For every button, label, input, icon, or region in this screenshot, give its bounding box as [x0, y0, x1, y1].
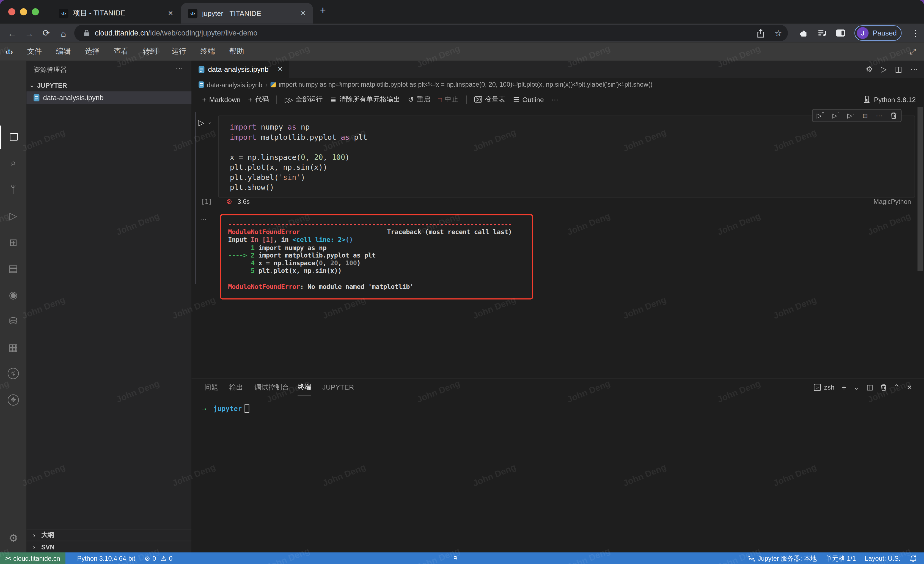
- extensions-puzzle-icon[interactable]: [799, 29, 808, 38]
- layout-indicator[interactable]: Layout: U.S.: [865, 555, 901, 562]
- restart-button[interactable]: ↺重启: [408, 95, 430, 104]
- breadcrumb-file[interactable]: data-analysis.ipynb: [207, 81, 262, 88]
- terminal[interactable]: → jupyter: [202, 405, 249, 413]
- traffic-close-button[interactable]: [8, 8, 15, 15]
- close-panel-icon[interactable]: ✕: [907, 384, 912, 391]
- python-interpreter[interactable]: Python 3.10.4 64-bit: [77, 555, 135, 562]
- panel-tab-output[interactable]: 输出: [230, 379, 243, 396]
- menu-goto[interactable]: 转到: [136, 47, 165, 56]
- run-below-icon[interactable]: ▷↓: [847, 111, 854, 119]
- split-editor-icon[interactable]: ◫: [895, 65, 902, 74]
- run-all-button[interactable]: ▷▷全部运行: [285, 95, 322, 104]
- split-terminal-icon[interactable]: ◫: [867, 383, 873, 391]
- editor-more-icon[interactable]: ⋯: [910, 65, 918, 74]
- menu-run[interactable]: 运行: [165, 47, 194, 56]
- browser-tab-jupyter[interactable]: ‹t› jupyter - TITANIDE ✕: [181, 3, 313, 24]
- notebook-settings-gear-icon[interactable]: ⚙: [866, 65, 873, 74]
- new-tab-button[interactable]: +: [320, 5, 326, 17]
- cell-language-mode[interactable]: MagicPython: [874, 198, 911, 205]
- section-svn[interactable]: › SVN: [26, 541, 191, 552]
- section-jupyter[interactable]: ⌄ JUPYTER: [26, 79, 191, 91]
- settings-gear-icon[interactable]: ⚙: [0, 526, 26, 550]
- panel-tab-problems[interactable]: 问题: [205, 379, 218, 396]
- run-cell-icon[interactable]: ▷: [198, 118, 204, 127]
- problems-indicator[interactable]: ⊗ 0 ⚠ 0: [145, 554, 172, 562]
- traffic-zoom-button[interactable]: [32, 8, 39, 15]
- execute-above-icon[interactable]: ▷≡: [817, 111, 824, 119]
- preview-panel-icon[interactable]: ▤: [0, 256, 26, 280]
- explorer-more-icon[interactable]: ⋯: [176, 65, 183, 73]
- kernel-picker[interactable]: Python 3.8.12: [863, 91, 916, 107]
- explorer-icon[interactable]: ❐: [0, 125, 26, 149]
- address-bar[interactable]: cloud.titanide.cn/ide/web/coding/jupyter…: [74, 25, 788, 41]
- clear-outputs-button[interactable]: ≣清除所有单元格输出: [330, 95, 400, 104]
- spread-arrows-icon[interactable]: ✥: [0, 388, 26, 412]
- reload-icon[interactable]: ⟳: [38, 28, 55, 39]
- run-above-icon[interactable]: ▷↑: [832, 111, 839, 119]
- menu-edit[interactable]: 编辑: [49, 47, 78, 56]
- chrome-menu-icon[interactable]: ⋮: [911, 28, 920, 39]
- browser-tab-project[interactable]: ‹t› 项目 - TITANIDE ✕: [52, 3, 180, 24]
- editor-tab-close-icon[interactable]: ✕: [278, 65, 283, 73]
- extensions-icon[interactable]: ⊞: [0, 230, 26, 254]
- bookmark-star-icon[interactable]: ☆: [775, 29, 782, 38]
- run-debug-icon[interactable]: ▷: [0, 204, 26, 227]
- layers-icon[interactable]: ▦: [0, 335, 26, 359]
- cell-indicator[interactable]: 单元格 1/1: [825, 554, 856, 562]
- share-icon[interactable]: [757, 29, 765, 38]
- breadcrumb[interactable]: data-analysis.ipynb › import numpy as np…: [191, 78, 924, 91]
- menu-terminal[interactable]: 终端: [194, 47, 222, 56]
- split-cell-icon[interactable]: ⊟: [862, 112, 868, 119]
- remote-repo-icon[interactable]: ◉: [0, 283, 26, 307]
- terminal-cursor: [245, 405, 249, 413]
- maximize-panel-icon[interactable]: ⌃: [894, 383, 900, 391]
- output-menu-icon[interactable]: …: [200, 214, 207, 222]
- interrupt-button[interactable]: □中止: [438, 95, 458, 104]
- cell-more-icon[interactable]: ⋯: [876, 112, 882, 119]
- section-outline[interactable]: › 大纲: [26, 529, 191, 541]
- section-label: JUPYTER: [37, 82, 67, 89]
- jupyter-server-indicator[interactable]: Jupyter 服务器: 本地: [748, 554, 817, 562]
- panel-tab-terminal[interactable]: 终端: [297, 379, 311, 396]
- menu-help[interactable]: 帮助: [222, 47, 251, 56]
- delete-cell-icon[interactable]: [891, 112, 897, 119]
- terminal-selector[interactable]: > zsh: [814, 384, 835, 391]
- database-icon[interactable]: ⛁: [0, 309, 26, 332]
- remote-indicator[interactable]: >< cloud.titanide.cn: [0, 552, 66, 564]
- forward-icon[interactable]: →: [21, 28, 38, 38]
- search-icon[interactable]: ⌕: [0, 152, 26, 175]
- fullscreen-icon[interactable]: ⤢: [910, 47, 916, 56]
- back-icon[interactable]: ←: [4, 28, 21, 38]
- media-playlist-icon[interactable]: [817, 29, 826, 38]
- panel-tab-debug-console[interactable]: 调试控制台: [255, 379, 289, 396]
- editor-tab-notebook[interactable]: data-analysis.ipynb ✕: [191, 61, 289, 78]
- variables-button[interactable]: (x)变量表: [474, 95, 506, 104]
- editor-scrollbar[interactable]: [917, 107, 922, 271]
- kill-terminal-icon[interactable]: [880, 384, 887, 391]
- home-icon[interactable]: ⌂: [55, 28, 72, 38]
- tab-close-icon[interactable]: ✕: [300, 9, 306, 17]
- side-panel-icon[interactable]: [836, 29, 845, 37]
- add-markdown-button[interactable]: +Markdown: [202, 95, 240, 104]
- outline-button[interactable]: ☰Outline: [513, 95, 544, 104]
- file-item-notebook[interactable]: data-analysis.ipynb: [26, 91, 191, 104]
- menu-file[interactable]: 文件: [20, 47, 49, 56]
- add-code-button[interactable]: +代码: [248, 95, 268, 104]
- new-terminal-icon[interactable]: +: [842, 383, 846, 392]
- panel-tab-jupyter[interactable]: JUPYTER: [322, 379, 354, 396]
- tab-close-icon[interactable]: ✕: [168, 9, 173, 17]
- toolbar-more-icon[interactable]: ⋯: [551, 95, 558, 104]
- restore-panel-chevrons-icon[interactable]: «: [451, 555, 460, 560]
- menu-view[interactable]: 查看: [107, 47, 136, 56]
- run-cell-dropdown-icon[interactable]: ⌄: [207, 119, 212, 125]
- menu-selection[interactable]: 选择: [78, 47, 107, 56]
- notifications-bell-icon[interactable]: [909, 554, 917, 562]
- code-cell-editor[interactable]: import numpy as npimport matplotlib.pypl…: [218, 116, 915, 197]
- bolt-icon[interactable]: ↯: [0, 361, 26, 385]
- traffic-minimize-button[interactable]: [20, 8, 27, 15]
- run-icon[interactable]: ▷: [881, 65, 886, 74]
- breadcrumb-cell-code[interactable]: import numpy as np⏎import matplotlib.pyp…: [279, 81, 652, 89]
- source-control-icon[interactable]: ᛘ: [0, 178, 26, 202]
- terminal-dropdown-icon[interactable]: ⌄: [854, 383, 860, 391]
- profile-button[interactable]: J Paused: [854, 25, 902, 41]
